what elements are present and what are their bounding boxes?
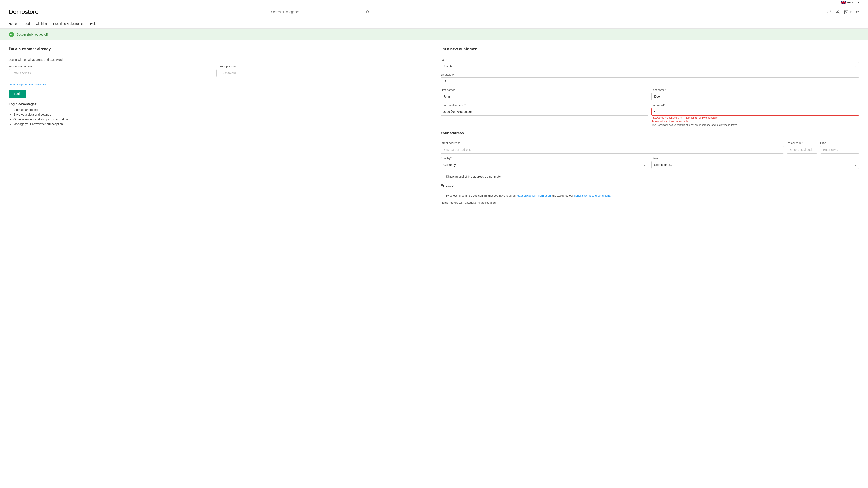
language-selector[interactable]: English ▾ (841, 1, 859, 4)
postal-input[interactable] (787, 146, 817, 154)
address-section-title: Your address (440, 131, 859, 138)
country-select-wrap: Germany Austria Switzerland USA United K… (440, 161, 648, 169)
state-group: State Select state... Bavaria Berlin Ham… (651, 157, 859, 172)
state-select-wrap: Select state... Bavaria Berlin Hamburg (651, 161, 859, 169)
success-icon (9, 32, 14, 37)
search-bar (268, 8, 372, 16)
advantages-title: Login advantages: (9, 102, 428, 106)
email-input[interactable] (9, 69, 217, 77)
country-select[interactable]: Germany Austria Switzerland USA United K… (440, 161, 648, 169)
login-register-columns: I'm a customer already Log in with email… (9, 47, 859, 204)
password-group: Your password (220, 65, 428, 77)
advantage-1: Express shopping (13, 108, 428, 111)
shipping-billing-row: Shipping and billing address do not matc… (440, 175, 859, 178)
nav-clothing[interactable]: Clothing (36, 19, 47, 28)
wishlist-icon[interactable] (827, 9, 831, 15)
svg-point-9 (366, 11, 369, 13)
privacy-statement: By selecting continue you confirm that y… (445, 193, 613, 198)
success-banner: Successfully logged off. (0, 29, 868, 40)
new-email-group: New email address* (440, 103, 648, 127)
password-error-2: Password is not secure enough. (651, 120, 859, 123)
svg-point-11 (837, 10, 838, 11)
state-label: State (651, 157, 859, 160)
new-customer-title: I'm a new customer (440, 47, 859, 54)
i-am-select-wrap: Private Business (440, 62, 859, 70)
main-content: I'm a customer already Log in with email… (0, 40, 868, 211)
new-email-input[interactable] (440, 108, 648, 116)
forgot-password-link[interactable]: I have forgotten my password. (9, 83, 46, 86)
main-nav: Home Food Clothing Free time & electroni… (0, 19, 868, 29)
search-input[interactable] (268, 8, 372, 16)
data-protection-link[interactable]: data protection information (517, 194, 551, 197)
logo-light: store (25, 8, 38, 15)
postal-label: Postal code* (787, 141, 817, 145)
country-label: Country* (440, 157, 648, 160)
city-label: City* (820, 141, 859, 145)
login-button[interactable]: Login (9, 90, 27, 98)
existing-customer-title: I'm a customer already (9, 47, 428, 54)
street-input[interactable] (440, 146, 784, 154)
password-error-3: The Password has to contain at least an … (651, 124, 859, 127)
country-group: Country* Germany Austria Switzerland USA… (440, 157, 648, 172)
header-actions: €0.00* (827, 9, 859, 15)
state-select[interactable]: Select state... Bavaria Berlin Hamburg (651, 161, 859, 169)
last-name-input[interactable] (651, 93, 859, 100)
city-group: City* (820, 141, 859, 154)
required-note: Fields marked with asterisks (*) are req… (440, 201, 859, 204)
new-password-label: Password* (651, 103, 859, 107)
shipping-billing-label: Shipping and billing address do not matc… (446, 175, 503, 178)
site-logo[interactable]: Demostore (9, 8, 38, 15)
first-name-input[interactable] (440, 93, 648, 100)
i-am-group: I am* Private Business (440, 58, 859, 70)
terms-link[interactable]: general terms and conditions. (574, 194, 611, 197)
cart-icon[interactable]: €0.00* (844, 9, 859, 14)
i-am-select[interactable]: Private Business (440, 62, 859, 70)
new-password-input[interactable] (651, 108, 859, 116)
first-name-label: First name* (440, 88, 648, 92)
privacy-title: Privacy (440, 184, 859, 190)
nav-home[interactable]: Home (9, 19, 17, 28)
last-name-group: Last name* (651, 88, 859, 100)
site-header: Demostore €0.00* (0, 5, 868, 19)
name-row: First name* Last name* (440, 88, 859, 100)
last-name-label: Last name* (651, 88, 859, 92)
first-name-group: First name* (440, 88, 648, 100)
svg-rect-8 (841, 2, 846, 3)
cart-price: €0.00* (850, 10, 859, 14)
advantage-2: Save your data and settings (13, 113, 428, 116)
salutation-label: Salutation* (440, 73, 859, 76)
privacy-text-before: By selecting continue you confirm that y… (445, 194, 517, 197)
existing-customer-subtitle: Log in with email address and password (9, 58, 428, 61)
city-input[interactable] (820, 146, 859, 154)
email-label: Your email address (9, 65, 217, 68)
password-input[interactable] (220, 69, 428, 77)
country-state-row: Country* Germany Austria Switzerland USA… (440, 157, 859, 172)
password-error-1: Passwords must have a minimum length of … (651, 116, 859, 119)
salutation-select[interactable]: Mr. Ms. Mx. (440, 77, 859, 85)
new-customer-section: I'm a new customer I am* Private Busines… (440, 47, 859, 204)
language-chevron: ▾ (858, 1, 859, 4)
privacy-section: Privacy By selecting continue you confir… (440, 184, 859, 198)
i-am-label: I am* (440, 58, 859, 61)
street-group: Street address* (440, 141, 784, 154)
privacy-checkbox[interactable] (440, 194, 443, 197)
nav-food[interactable]: Food (23, 19, 30, 28)
new-email-label: New email address* (440, 103, 648, 107)
password-label: Your password (220, 65, 428, 68)
language-label: English (847, 1, 857, 4)
address-row: Street address* Postal code* City* (440, 141, 859, 154)
email-password-row: New email address* Password* Passwords m… (440, 103, 859, 127)
existing-customer-section: I'm a customer already Log in with email… (9, 47, 428, 204)
salutation-select-wrap: Mr. Ms. Mx. (440, 77, 859, 85)
nav-free-time[interactable]: Free time & electronics (53, 19, 84, 28)
nav-help[interactable]: Help (90, 19, 97, 28)
login-credentials-row: Your email address Your password (9, 65, 428, 80)
advantage-4: Manage your newsletter subscription (13, 122, 428, 126)
shipping-billing-checkbox[interactable] (440, 175, 444, 178)
new-password-group: Password* Passwords must have a minimum … (651, 103, 859, 127)
advantage-3: Order overview and shipping information (13, 118, 428, 121)
success-message: Successfully logged off. (17, 33, 49, 36)
account-icon[interactable] (835, 9, 840, 15)
email-group: Your email address (9, 65, 217, 77)
search-icon (366, 10, 369, 14)
